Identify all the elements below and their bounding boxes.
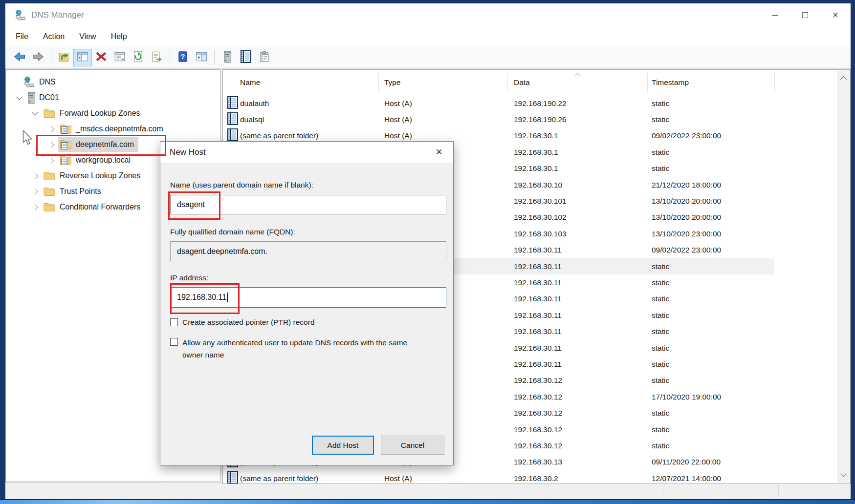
tree-item-content[interactable]: Conditional Forwarders bbox=[42, 200, 145, 214]
cancel-button[interactable]: Cancel bbox=[381, 436, 444, 455]
cell-data: 192.168.30.103 bbox=[514, 230, 567, 238]
show-action-pane-button[interactable] bbox=[192, 49, 211, 66]
column-separator[interactable] bbox=[507, 73, 508, 92]
cell-data: 192.168.30.101 bbox=[514, 197, 567, 206]
add-host-button[interactable]: Add Host bbox=[312, 436, 374, 455]
cell-timestamp: static bbox=[652, 148, 669, 157]
close-icon[interactable]: ✕ bbox=[820, 3, 851, 27]
scroll-down-icon[interactable] bbox=[840, 471, 847, 477]
tree-item-dc01[interactable]: DC01 bbox=[6, 90, 220, 105]
properties-button[interactable] bbox=[110, 49, 129, 66]
cell-data: 192.168.30.11 bbox=[514, 262, 562, 271]
column-header-data[interactable]: Data bbox=[514, 78, 530, 87]
status-divider bbox=[663, 485, 663, 497]
column-header-name[interactable]: Name bbox=[240, 78, 260, 87]
clipboard-button[interactable] bbox=[255, 49, 274, 66]
folder-icon bbox=[43, 108, 56, 119]
tree-item-content[interactable]: Forward Lookup Zones bbox=[42, 106, 145, 121]
dns-server-button[interactable] bbox=[218, 49, 237, 66]
menu-item-help[interactable]: Help bbox=[104, 32, 134, 41]
cell-data: 192.168.30.10 bbox=[514, 181, 562, 189]
delete-button[interactable] bbox=[92, 49, 110, 66]
allow-update-checkbox[interactable] bbox=[170, 338, 178, 346]
column-separator[interactable] bbox=[378, 73, 379, 92]
cell-timestamp: static bbox=[652, 360, 669, 369]
table-row[interactable]: dualauthHost (A)192.168.190.22static bbox=[223, 95, 774, 111]
chevron-down-icon[interactable] bbox=[12, 97, 26, 99]
folder-icon bbox=[43, 186, 56, 197]
tree-item-label: Forward Lookup Zones bbox=[60, 109, 140, 118]
tree-item-content[interactable]: Trust Points bbox=[42, 184, 106, 199]
scroll-up-icon[interactable] bbox=[840, 76, 847, 83]
tree-item-content[interactable]: DC01 bbox=[26, 90, 64, 105]
cell-data: 192.168.30.11 bbox=[514, 294, 562, 303]
tree-item-content[interactable]: DNS bbox=[22, 75, 60, 89]
chevron-right-icon[interactable] bbox=[27, 189, 42, 194]
menu-item-file[interactable]: File bbox=[8, 32, 36, 41]
column-separator[interactable] bbox=[774, 73, 775, 92]
tree-item-dns[interactable]: DNS bbox=[6, 74, 220, 90]
allow-update-checkbox-label: Allow any authenticated user to update D… bbox=[182, 336, 411, 361]
tree-item-content[interactable]: _msdcs.deepnetmfa.com bbox=[58, 122, 168, 136]
cell-type: Host (A) bbox=[384, 99, 412, 108]
record-list-button[interactable] bbox=[237, 49, 255, 66]
help-button[interactable]: ? bbox=[174, 49, 192, 66]
chevron-right-icon[interactable] bbox=[27, 205, 42, 210]
toolbar-separator bbox=[170, 50, 170, 65]
window-title: DNS Manager bbox=[31, 10, 84, 20]
dialog-close-icon[interactable]: ✕ bbox=[429, 145, 449, 159]
up-one-level-button[interactable] bbox=[55, 49, 73, 66]
cell-timestamp: 13/10/2020 20:00:00 bbox=[652, 197, 721, 206]
tree-item-content[interactable]: Reverse Lookup Zones bbox=[42, 168, 145, 183]
cell-timestamp: static bbox=[652, 115, 669, 124]
cell-data: 192.168.190.26 bbox=[514, 115, 567, 124]
menu-item-action[interactable]: Action bbox=[36, 32, 72, 41]
table-row[interactable]: (same as parent folder)Host (A)192.168.3… bbox=[223, 470, 774, 484]
sort-ascending-icon bbox=[574, 73, 581, 79]
cell-timestamp: static bbox=[652, 344, 669, 353]
forward-button[interactable] bbox=[29, 49, 47, 66]
chevron-right-icon[interactable] bbox=[44, 158, 58, 163]
menu-item-view[interactable]: View bbox=[72, 32, 103, 41]
annotation-box-name-input bbox=[168, 191, 220, 220]
cell-data: 192.168.30.1 bbox=[514, 148, 558, 157]
zone-icon bbox=[59, 155, 72, 166]
annotation-box-ip-input bbox=[170, 283, 240, 314]
cell-name: dualsql bbox=[240, 115, 264, 124]
cell-timestamp: 13/10/2020 23:00:00 bbox=[652, 230, 721, 238]
minimize-icon[interactable] bbox=[760, 3, 790, 27]
cell-data: 192.168.30.2 bbox=[514, 474, 558, 483]
action-pane-icon bbox=[195, 50, 208, 65]
zone-icon bbox=[59, 124, 72, 134]
cell-timestamp: static bbox=[652, 327, 669, 336]
cell-timestamp: static bbox=[652, 278, 669, 287]
mouse-cursor bbox=[22, 130, 33, 148]
refresh-button[interactable] bbox=[129, 49, 148, 66]
chevron-right-icon[interactable] bbox=[27, 174, 42, 178]
column-header-type[interactable]: Type bbox=[384, 78, 401, 87]
cell-timestamp: 09/02/2022 23:00:00 bbox=[652, 131, 721, 140]
chevron-down-icon[interactable] bbox=[27, 112, 42, 115]
menu-bar: FileActionViewHelp bbox=[5, 27, 851, 46]
export-list-button[interactable] bbox=[148, 49, 166, 66]
server-icon bbox=[223, 50, 231, 65]
table-row[interactable]: dualsqlHost (A)192.168.190.26static bbox=[223, 111, 774, 127]
chevron-right-icon[interactable] bbox=[44, 127, 58, 131]
properties-icon bbox=[113, 50, 126, 65]
toolbar-separator bbox=[51, 50, 51, 65]
ptr-checkbox-label: Create associated pointer (PTR) record bbox=[182, 318, 315, 327]
record-icon bbox=[227, 96, 239, 111]
cell-timestamp: static bbox=[652, 441, 669, 450]
vertical-scrollbar[interactable] bbox=[837, 70, 850, 483]
column-header-timestamp[interactable]: Timestamp bbox=[652, 78, 689, 87]
tree-item-label: Trust Points bbox=[60, 187, 101, 196]
column-separator[interactable] bbox=[647, 73, 648, 92]
ptr-checkbox[interactable] bbox=[170, 318, 178, 326]
tree-item-forward-lookup-zones[interactable]: Forward Lookup Zones bbox=[6, 105, 220, 121]
maximize-icon[interactable] bbox=[790, 3, 820, 27]
back-button[interactable] bbox=[10, 49, 29, 66]
tree-item-label: workgroup.local bbox=[76, 156, 131, 165]
name-label: Name (uses parent domain name if blank): bbox=[170, 181, 313, 189]
cell-timestamp: 21/12/2020 18:00:00 bbox=[652, 181, 721, 189]
show-console-tree-button[interactable] bbox=[73, 49, 92, 66]
